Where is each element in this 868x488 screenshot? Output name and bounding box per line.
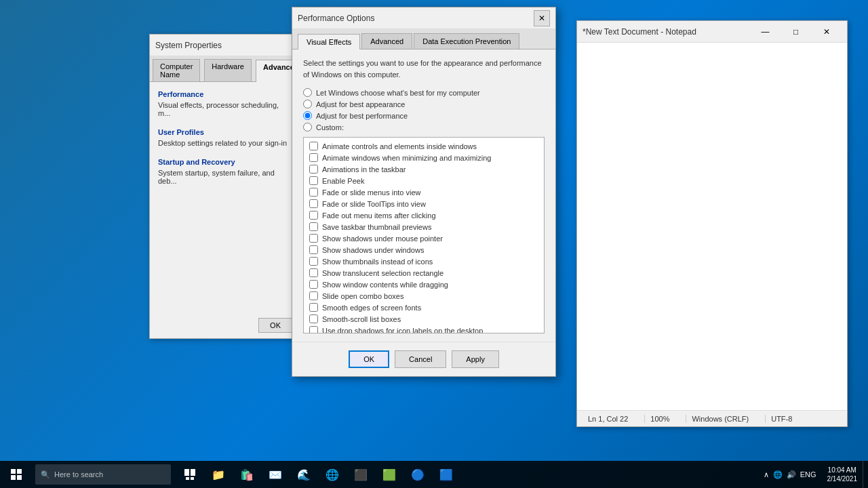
checkbox-label-1: Animate windows when minimizing and maxi… bbox=[322, 154, 491, 162]
checkbox-11[interactable] bbox=[309, 268, 318, 277]
sys-titlebar: System Properties bbox=[150, 35, 298, 56]
checkbox-0[interactable] bbox=[309, 142, 318, 150]
checkbox-item-7: Save taskbar thumbnail previews bbox=[307, 221, 541, 232]
radio-best-appearance-input[interactable] bbox=[303, 100, 312, 108]
cancel-button[interactable]: Cancel bbox=[395, 350, 446, 368]
windows-logo-icon bbox=[11, 469, 22, 480]
svg-rect-2 bbox=[11, 475, 16, 480]
checkbox-3[interactable] bbox=[309, 176, 318, 185]
start-button[interactable] bbox=[0, 461, 33, 488]
checkbox-label-15: Smooth-scroll list boxes bbox=[322, 315, 401, 323]
app2-icon[interactable]: 🔵 bbox=[404, 461, 431, 488]
store-icon[interactable]: 🛍️ bbox=[233, 461, 260, 488]
radio-custom-label: Custom: bbox=[316, 123, 344, 131]
notepad-close[interactable]: ✕ bbox=[811, 21, 842, 43]
lang-indicator[interactable]: ENG bbox=[800, 470, 816, 479]
checkbox-13[interactable] bbox=[309, 291, 318, 300]
taskbar-tray: ∧ 🌐 🔊 ENG bbox=[758, 470, 822, 479]
checkbox-14[interactable] bbox=[309, 303, 318, 312]
checkbox-label-2: Animations in the taskbar bbox=[322, 165, 406, 174]
volume-icon[interactable]: 🔊 bbox=[787, 470, 796, 479]
notepad-maximize[interactable]: □ bbox=[781, 21, 811, 43]
dialog-title: Performance Options bbox=[298, 14, 534, 23]
checkbox-list[interactable]: Animate controls and elements inside win… bbox=[303, 137, 545, 333]
checkbox-label-4: Fade or slide menus into view bbox=[322, 188, 421, 197]
checkbox-12[interactable] bbox=[309, 280, 318, 289]
notepad-title: *New Text Document - Notepad bbox=[583, 27, 750, 37]
radio-let-windows: Let Windows choose what's best for my co… bbox=[303, 88, 545, 97]
checkbox-label-8: Show shadows under mouse pointer bbox=[322, 235, 443, 243]
tab-advanced-perf[interactable]: Advanced bbox=[361, 33, 412, 49]
dialog-description: Select the settings you want to use for … bbox=[303, 58, 545, 80]
checkbox-4[interactable] bbox=[309, 188, 318, 197]
taskbar-search[interactable]: 🔍 Here to search bbox=[35, 464, 171, 485]
checkbox-item-0: Animate controls and elements inside win… bbox=[307, 140, 541, 152]
checkbox-2[interactable] bbox=[309, 165, 318, 174]
checkbox-1[interactable] bbox=[309, 153, 318, 162]
app3-icon[interactable]: 🟦 bbox=[433, 461, 460, 488]
cmd-icon[interactable]: ⬛ bbox=[347, 461, 374, 488]
checkbox-label-16: Use drop shadows for icon labels on the … bbox=[322, 327, 483, 334]
sys-userprofiles-title: User Profiles bbox=[158, 128, 290, 136]
dialog-titlebar: Performance Options ✕ bbox=[292, 7, 555, 29]
sys-performance-text: Visual effects, processor scheduling, m.… bbox=[158, 101, 290, 117]
taskbar-clock[interactable]: 10:04 AM 2/14/2021 bbox=[822, 466, 863, 483]
tab-hardware[interactable]: Hardware bbox=[204, 59, 252, 81]
notepad-position: Ln 1, Col 22 bbox=[583, 415, 633, 423]
dialog-tabs: Visual Effects Advanced Data Execution P… bbox=[292, 29, 555, 49]
checkbox-10[interactable] bbox=[309, 257, 318, 266]
radio-let-windows-input[interactable] bbox=[303, 88, 312, 97]
clock-date: 2/14/2021 bbox=[827, 474, 858, 483]
file-explorer-icon[interactable]: 📁 bbox=[205, 461, 232, 488]
chevron-up-icon[interactable]: ∧ bbox=[764, 470, 769, 479]
checkbox-item-13: Slide open combo boxes bbox=[307, 290, 541, 302]
ok-button[interactable]: OK bbox=[349, 350, 389, 368]
tab-visual-effects[interactable]: Visual Effects bbox=[298, 34, 360, 49]
checkbox-9[interactable] bbox=[309, 245, 318, 254]
checkbox-label-11: Show translucent selection rectangle bbox=[322, 269, 443, 277]
system-properties-window: System Properties Computer Name Hardware… bbox=[149, 34, 298, 339]
checkbox-16[interactable] bbox=[309, 326, 318, 333]
checkbox-15[interactable] bbox=[309, 314, 318, 323]
radio-best-performance-input[interactable] bbox=[303, 111, 312, 120]
checkbox-item-2: Animations in the taskbar bbox=[307, 163, 541, 175]
notepad-statusbar: Ln 1, Col 22 100% Windows (CRLF) UTF-8 bbox=[577, 410, 847, 426]
checkbox-item-14: Smooth edges of screen fonts bbox=[307, 302, 541, 313]
show-desktop-button[interactable] bbox=[863, 461, 868, 488]
clock-time: 10:04 AM bbox=[828, 466, 856, 474]
checkbox-item-1: Animate windows when minimizing and maxi… bbox=[307, 152, 541, 163]
checkbox-label-13: Slide open combo boxes bbox=[322, 292, 403, 300]
notepad-minimize[interactable]: — bbox=[750, 21, 781, 43]
radio-best-appearance-label: Adjust for best appearance bbox=[316, 100, 405, 108]
svg-rect-1 bbox=[17, 469, 22, 474]
svg-rect-4 bbox=[184, 469, 189, 476]
tab-computer-name[interactable]: Computer Name bbox=[153, 59, 200, 81]
checkbox-label-12: Show window contents while dragging bbox=[322, 281, 448, 289]
checkbox-label-3: Enable Peek bbox=[322, 177, 364, 185]
checkbox-item-8: Show shadows under mouse pointer bbox=[307, 232, 541, 244]
taskbar-right: ∧ 🌐 🔊 ENG 10:04 AM 2/14/2021 bbox=[758, 461, 868, 488]
chrome-icon[interactable]: 🌐 bbox=[319, 461, 346, 488]
tab-dep[interactable]: Data Execution Prevention bbox=[414, 33, 519, 49]
sys-userprofiles-text: Desktop settings related to your sign-in bbox=[158, 139, 290, 147]
task-view-icon[interactable] bbox=[176, 461, 203, 488]
sys-ok-button[interactable]: OK bbox=[258, 318, 292, 333]
app1-icon[interactable]: 🟩 bbox=[376, 461, 403, 488]
checkbox-label-14: Smooth edges of screen fonts bbox=[322, 304, 421, 312]
checkbox-6[interactable] bbox=[309, 211, 318, 220]
apply-button[interactable]: Apply bbox=[452, 350, 499, 368]
checkbox-item-16: Use drop shadows for icon labels on the … bbox=[307, 325, 541, 333]
checkbox-7[interactable] bbox=[309, 222, 318, 231]
network-icon[interactable]: 🌐 bbox=[773, 470, 783, 479]
checkbox-5[interactable] bbox=[309, 199, 318, 208]
checkbox-8[interactable] bbox=[309, 234, 318, 243]
checkbox-label-7: Save taskbar thumbnail previews bbox=[322, 223, 431, 231]
performance-options-dialog: Performance Options ✕ Visual Effects Adv… bbox=[292, 7, 556, 377]
radio-best-appearance: Adjust for best appearance bbox=[303, 100, 545, 108]
edge-icon[interactable]: 🌊 bbox=[290, 461, 317, 488]
sys-startup-title: Startup and Recovery bbox=[158, 158, 290, 166]
radio-custom-input[interactable] bbox=[303, 123, 312, 131]
checkbox-label-0: Animate controls and elements inside win… bbox=[322, 142, 477, 150]
mail-icon[interactable]: ✉️ bbox=[262, 461, 289, 488]
dialog-close-button[interactable]: ✕ bbox=[534, 10, 550, 26]
